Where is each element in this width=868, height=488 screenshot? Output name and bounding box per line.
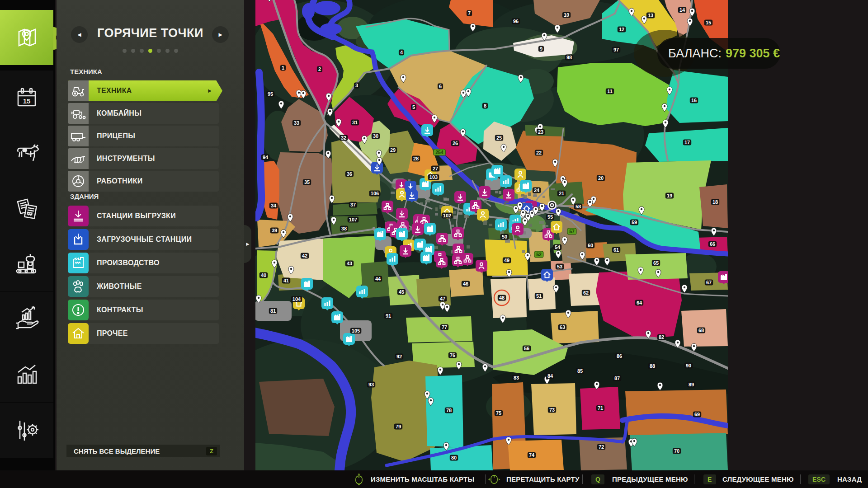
svg-text:5: 5 bbox=[412, 104, 415, 110]
svg-text:93: 93 bbox=[368, 382, 374, 387]
svg-text:7: 7 bbox=[468, 10, 471, 16]
svg-text:63: 63 bbox=[560, 324, 565, 330]
svg-text:95: 95 bbox=[268, 91, 273, 97]
svg-text:103: 103 bbox=[429, 174, 438, 180]
svg-text:254: 254 bbox=[435, 150, 443, 155]
svg-text:82: 82 bbox=[659, 334, 664, 340]
svg-text:1: 1 bbox=[282, 65, 284, 70]
svg-text:18: 18 bbox=[712, 199, 718, 205]
svg-text:43: 43 bbox=[347, 261, 352, 266]
svg-text:53: 53 bbox=[557, 264, 562, 269]
svg-text:88: 88 bbox=[650, 363, 655, 369]
svg-text:38: 38 bbox=[341, 226, 347, 231]
svg-text:4: 4 bbox=[400, 50, 403, 55]
svg-text:22: 22 bbox=[536, 150, 542, 155]
svg-text:19: 19 bbox=[667, 193, 672, 198]
svg-text:52: 52 bbox=[536, 252, 542, 257]
svg-text:46: 46 bbox=[463, 281, 468, 286]
svg-text:73: 73 bbox=[549, 407, 555, 413]
svg-text:45: 45 bbox=[399, 289, 404, 295]
svg-text:31: 31 bbox=[352, 120, 358, 125]
svg-text:91: 91 bbox=[386, 313, 391, 319]
svg-text:27: 27 bbox=[433, 166, 438, 171]
svg-text:16: 16 bbox=[691, 98, 697, 103]
svg-text:25: 25 bbox=[496, 135, 502, 141]
svg-text:36: 36 bbox=[347, 171, 352, 177]
svg-text:83: 83 bbox=[514, 375, 519, 380]
svg-text:37: 37 bbox=[350, 202, 356, 207]
svg-text:90: 90 bbox=[686, 363, 691, 368]
svg-text:8: 8 bbox=[484, 103, 486, 108]
svg-text:78: 78 bbox=[446, 408, 452, 413]
svg-text:70: 70 bbox=[674, 448, 679, 454]
svg-text:33: 33 bbox=[294, 120, 299, 126]
svg-text:84: 84 bbox=[547, 373, 553, 379]
svg-text:11: 11 bbox=[607, 89, 613, 94]
svg-text:86: 86 bbox=[617, 353, 622, 359]
svg-text:72: 72 bbox=[599, 444, 604, 450]
svg-text:79: 79 bbox=[396, 424, 401, 429]
svg-text:12: 12 bbox=[619, 27, 624, 32]
svg-text:57: 57 bbox=[569, 229, 575, 234]
svg-text:15: 15 bbox=[706, 20, 711, 25]
svg-text:77: 77 bbox=[442, 324, 447, 330]
svg-text:105: 105 bbox=[352, 328, 360, 333]
svg-text:81: 81 bbox=[270, 308, 276, 314]
svg-text:41: 41 bbox=[283, 278, 289, 283]
svg-text:60: 60 bbox=[588, 243, 593, 248]
svg-text:58: 58 bbox=[576, 204, 581, 209]
svg-text:104: 104 bbox=[292, 296, 301, 302]
svg-text:13: 13 bbox=[648, 13, 653, 18]
svg-text:32: 32 bbox=[341, 135, 346, 141]
svg-text:49: 49 bbox=[504, 258, 509, 263]
svg-text:94: 94 bbox=[263, 155, 269, 160]
svg-text:61: 61 bbox=[613, 247, 619, 253]
svg-text:14: 14 bbox=[679, 7, 685, 13]
svg-text:69: 69 bbox=[694, 412, 700, 417]
svg-text:30: 30 bbox=[373, 133, 378, 139]
svg-text:23: 23 bbox=[538, 129, 543, 135]
svg-text:74: 74 bbox=[529, 452, 535, 458]
svg-text:2: 2 bbox=[318, 66, 321, 72]
svg-text:87: 87 bbox=[614, 375, 620, 381]
svg-text:76: 76 bbox=[450, 352, 455, 358]
svg-text:35: 35 bbox=[304, 179, 310, 185]
svg-text:66: 66 bbox=[710, 241, 715, 247]
svg-text:21: 21 bbox=[559, 191, 564, 196]
svg-text:59: 59 bbox=[632, 220, 637, 225]
svg-text:56: 56 bbox=[524, 346, 529, 351]
svg-text:102: 102 bbox=[443, 213, 451, 218]
svg-text:39: 39 bbox=[272, 228, 277, 233]
svg-text:51: 51 bbox=[536, 293, 542, 299]
svg-text:9: 9 bbox=[540, 46, 542, 52]
svg-text:6: 6 bbox=[439, 84, 442, 89]
svg-text:29: 29 bbox=[390, 147, 396, 153]
svg-text:96: 96 bbox=[513, 19, 519, 24]
svg-text:24: 24 bbox=[534, 188, 540, 193]
svg-text:26: 26 bbox=[453, 141, 458, 146]
svg-text:17: 17 bbox=[684, 140, 690, 145]
svg-text:15: 15 bbox=[23, 97, 31, 105]
svg-text:85: 85 bbox=[577, 368, 583, 374]
svg-text:34: 34 bbox=[271, 203, 277, 208]
svg-text:3: 3 bbox=[355, 83, 358, 88]
svg-text:40: 40 bbox=[261, 272, 266, 278]
svg-text:89: 89 bbox=[689, 382, 694, 387]
svg-text:48: 48 bbox=[499, 295, 505, 300]
svg-text:28: 28 bbox=[413, 156, 419, 161]
svg-text:67: 67 bbox=[706, 280, 712, 285]
svg-text:62: 62 bbox=[583, 290, 589, 296]
svg-text:42: 42 bbox=[302, 253, 307, 258]
svg-text:10: 10 bbox=[564, 12, 569, 18]
svg-text:97: 97 bbox=[613, 47, 619, 52]
svg-text:20: 20 bbox=[598, 175, 604, 181]
svg-text:44: 44 bbox=[375, 276, 381, 282]
svg-text:106: 106 bbox=[371, 191, 379, 196]
svg-text:107: 107 bbox=[349, 217, 357, 222]
svg-text:80: 80 bbox=[451, 455, 457, 460]
svg-text:98: 98 bbox=[566, 55, 572, 60]
svg-text:50: 50 bbox=[502, 234, 507, 239]
svg-text:64: 64 bbox=[637, 300, 642, 305]
svg-text:55: 55 bbox=[547, 214, 553, 220]
svg-text:92: 92 bbox=[396, 354, 402, 359]
